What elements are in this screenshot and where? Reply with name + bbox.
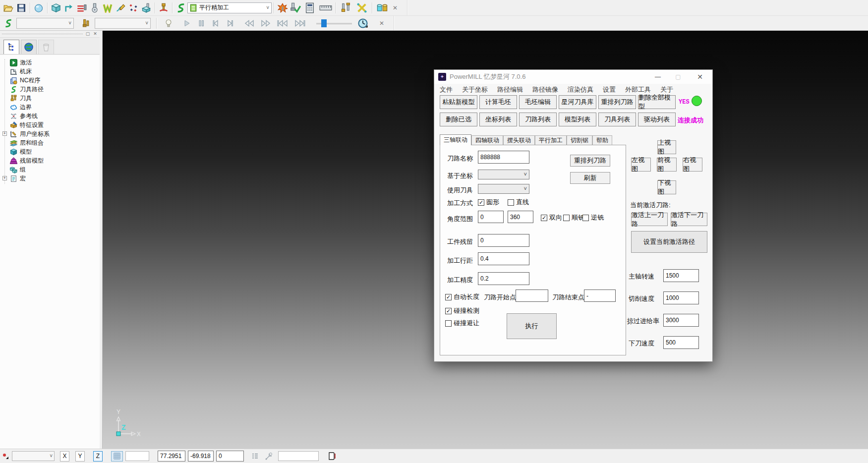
- bidirectional-checkbox[interactable]: ✓双向: [541, 213, 562, 222]
- maximize-button[interactable]: ▢: [671, 72, 686, 82]
- sim-play-button[interactable]: [180, 17, 193, 30]
- stock-edit-button[interactable]: 毛坯编辑: [519, 95, 557, 109]
- tree-item-models[interactable]: 模型: [2, 147, 100, 156]
- menu-about[interactable]: 关于: [660, 85, 673, 94]
- delete-all-models-button[interactable]: 删除全部模型: [638, 95, 676, 109]
- tab-explorer-tree[interactable]: [3, 40, 19, 54]
- tree-item-groups[interactable]: 组: [2, 165, 100, 174]
- close-button[interactable]: ✕: [693, 72, 707, 82]
- auto-length-checkbox[interactable]: ✓自动长度: [445, 292, 479, 301]
- checkbox-box[interactable]: ✓: [445, 308, 452, 314]
- collision-avoid-checkbox[interactable]: 碰撞避让: [445, 319, 479, 328]
- strategy-preset-select[interactable]: 平行精加工 ˅: [187, 2, 272, 13]
- grid-size-field[interactable]: [125, 451, 149, 461]
- tab-saw[interactable]: 切割锯: [567, 135, 592, 145]
- activate-next-toolpath-button[interactable]: 激活下一刀路: [671, 213, 707, 226]
- menu-path-edit[interactable]: 路径编辑: [497, 85, 523, 94]
- pattern-button[interactable]: [101, 1, 114, 14]
- block-button[interactable]: [50, 1, 62, 14]
- slider-handle[interactable]: [321, 19, 327, 27]
- tree-item-nc-programs[interactable]: NC程序: [2, 76, 100, 85]
- sim-step-back-button[interactable]: [209, 17, 222, 30]
- menu-about-coords[interactable]: 关于坐标: [462, 85, 488, 94]
- tab-3axis[interactable]: 三轴联动: [440, 134, 471, 145]
- axis-y-button[interactable]: Y: [75, 451, 85, 462]
- sim-fast-forward-button[interactable]: [258, 17, 273, 30]
- view-top-button[interactable]: 上视图: [657, 140, 676, 154]
- plunge-feed-input[interactable]: [663, 336, 699, 349]
- tool-button[interactable]: [157, 1, 170, 14]
- toolpath-limits-button[interactable]: [75, 1, 88, 14]
- toolpath-button[interactable]: [174, 1, 187, 14]
- rearrange-toolpaths-button[interactable]: 重排列刀路: [598, 95, 636, 109]
- use-tool-select[interactable]: ˅: [478, 184, 529, 194]
- curve-editor-button[interactable]: [114, 1, 127, 14]
- cutter-comp-button[interactable]: [354, 1, 370, 14]
- mode-line-checkbox[interactable]: 直线: [508, 198, 529, 207]
- sim-step-forward-button[interactable]: [224, 17, 236, 30]
- paste-new-model-button[interactable]: 粘贴新模型: [440, 95, 477, 109]
- toolbar-close-button[interactable]: ✕: [390, 4, 400, 11]
- tolerance-input[interactable]: [478, 272, 529, 285]
- tree-item-workplanes[interactable]: +用户坐标系: [2, 129, 100, 138]
- checkbox-box[interactable]: [582, 215, 589, 221]
- tree-item-toolpaths[interactable]: 刀具路径: [2, 85, 100, 94]
- menu-path-mirror[interactable]: 路径镜像: [532, 85, 558, 94]
- sim-toolpath-select[interactable]: ˅: [16, 18, 74, 29]
- save-project-button[interactable]: [15, 1, 28, 14]
- sim-tool-button[interactable]: [80, 17, 93, 30]
- tab-parallel[interactable]: 平行加工: [535, 135, 567, 145]
- toolpath-name-input[interactable]: [478, 151, 529, 164]
- sim-go-start-button[interactable]: [275, 17, 290, 30]
- tab-4axis[interactable]: 四轴联动: [471, 135, 503, 145]
- tree-item-levels-sets[interactable]: 层和组合: [2, 138, 100, 147]
- record-dot-icon[interactable]: [1, 452, 9, 461]
- tool-list-button[interactable]: 刀具列表: [598, 113, 636, 126]
- mode-circle-checkbox[interactable]: ✓圆形: [478, 198, 499, 207]
- conventional-mill-checkbox[interactable]: 逆铣: [582, 213, 604, 222]
- tree-item-tools[interactable]: 刀具: [2, 94, 100, 103]
- delete-selected-button[interactable]: 删除已选: [440, 113, 477, 126]
- sim-rewind-button[interactable]: [242, 17, 257, 30]
- panel-close-button[interactable]: ✕: [92, 31, 98, 36]
- view-right-button[interactable]: 右视图: [683, 158, 702, 172]
- stock-remain-input[interactable]: [478, 234, 529, 247]
- view-left-button[interactable]: 左视图: [631, 158, 651, 172]
- checkbox-box[interactable]: [445, 320, 452, 327]
- tab-tilthead[interactable]: 摆头联动: [503, 135, 535, 145]
- view-bottom-button[interactable]: 下视图: [657, 180, 676, 194]
- axis-z-button[interactable]: Z: [93, 451, 103, 462]
- panel-float-button[interactable]: ▢: [85, 31, 91, 36]
- feature-block-button[interactable]: [140, 1, 153, 14]
- tree-item-feature-sets[interactable]: 特征设置: [2, 120, 100, 129]
- grid-toggle-button[interactable]: [111, 451, 123, 462]
- sim-pause-button[interactable]: [195, 17, 208, 30]
- model-list-button[interactable]: 模型列表: [559, 113, 596, 126]
- coord-z-input[interactable]: [216, 451, 244, 462]
- collision-check-checkbox[interactable]: ✓碰撞检测: [445, 306, 479, 315]
- checkbox-box[interactable]: ✓: [478, 199, 484, 206]
- ball-tool-button[interactable]: [88, 1, 101, 14]
- toolpath-list-button[interactable]: 刀路列表: [519, 113, 557, 126]
- collision-check-button[interactable]: [276, 1, 289, 14]
- echo-pause-icon[interactable]: [328, 452, 336, 461]
- tree-item-machine[interactable]: 机床: [2, 67, 100, 76]
- measure-button[interactable]: [318, 1, 334, 14]
- workplane-select[interactable]: ˅: [12, 451, 55, 461]
- simulation-speed-slider[interactable]: [316, 19, 352, 28]
- sim-clock-button[interactable]: [356, 17, 369, 30]
- skim-feed-input[interactable]: [663, 314, 699, 327]
- menu-file[interactable]: 文件: [440, 85, 453, 94]
- start-point-input[interactable]: [516, 289, 548, 302]
- sim-go-end-button[interactable]: [292, 17, 308, 30]
- tool-pair-button[interactable]: [338, 1, 354, 14]
- tree-item-macros[interactable]: +宏: [2, 174, 100, 183]
- drive-list-button[interactable]: 驱动列表: [638, 113, 676, 126]
- tree-item-patterns[interactable]: 参考线: [2, 112, 100, 120]
- points-button[interactable]: [127, 1, 140, 14]
- menu-render-sim[interactable]: 渲染仿真: [568, 85, 593, 94]
- spindle-speed-input[interactable]: [663, 269, 699, 282]
- checkbox-box[interactable]: [508, 199, 514, 206]
- coord-y-input[interactable]: [188, 451, 214, 462]
- locate-probe-icon[interactable]: [265, 452, 274, 461]
